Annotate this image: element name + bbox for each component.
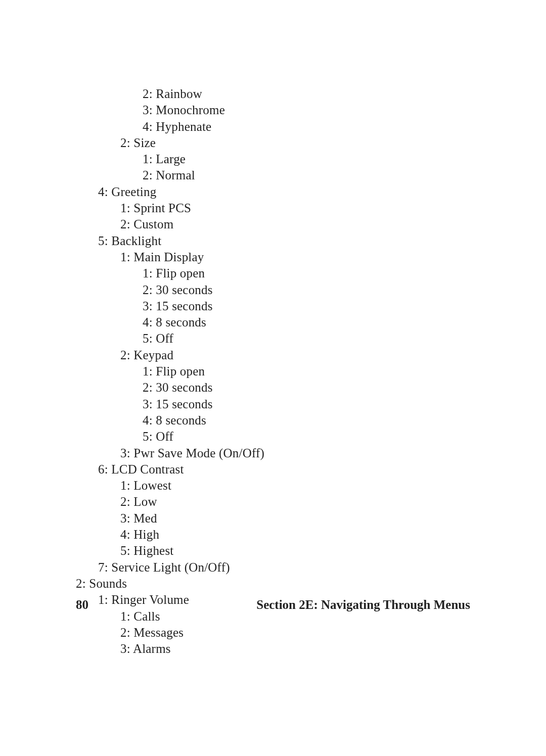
outline-line: 2: Sounds [76,576,470,592]
page-number: 80 [76,598,88,612]
outline-line: 2: 30 seconds [76,282,470,298]
outline-line: 5: Highest [76,543,470,559]
outline-line: 3: Pwr Save Mode (On/Off) [76,445,470,461]
outline-line: 1: Sprint PCS [76,200,470,216]
outline-line: 3: Alarms [76,641,470,657]
outline-line: 1: Flip open [76,265,470,281]
outline-line: 5: Off [76,330,470,347]
outline-line: 5: Backlight [76,233,470,249]
page: 2: Rainbow3: Monochrome4: Hyphenate2: Si… [0,0,546,756]
outline-line: 2: Normal [76,167,470,183]
outline-line: 3: Med [76,510,470,527]
outline-line: 6: LCD Contrast [76,461,470,478]
outline-line: 2: Messages [76,625,470,641]
outline-line: 2: Size [76,135,470,151]
outline-line: 2: Rainbow [76,86,470,102]
outline-line: 1: Lowest [76,478,470,494]
outline-line: 4: 8 seconds [76,412,470,429]
outline-line: 4: Hyphenate [76,119,470,135]
outline-line: 3: 15 seconds [76,396,470,412]
outline-line: 4: High [76,527,470,543]
outline-line: 3: 15 seconds [76,298,470,314]
section-title: Section 2E: Navigating Through Menus [256,598,470,612]
outline-line: 4: 8 seconds [76,314,470,330]
page-footer: 80 Section 2E: Navigating Through Menus [76,598,470,612]
outline-line: 2: Low [76,494,470,510]
outline-line: 1: Main Display [76,249,470,265]
menu-outline: 2: Rainbow3: Monochrome4: Hyphenate2: Si… [76,86,470,657]
outline-line: 1: Large [76,151,470,167]
outline-line: 2: 30 seconds [76,380,470,396]
outline-line: 4: Greeting [76,184,470,200]
outline-line: 3: Monochrome [76,102,470,118]
outline-line: 2: Keypad [76,347,470,363]
outline-line: 2: Custom [76,216,470,232]
outline-line: 7: Service Light (On/Off) [76,559,470,576]
outline-line: 5: Off [76,429,470,445]
outline-line: 1: Flip open [76,363,470,380]
